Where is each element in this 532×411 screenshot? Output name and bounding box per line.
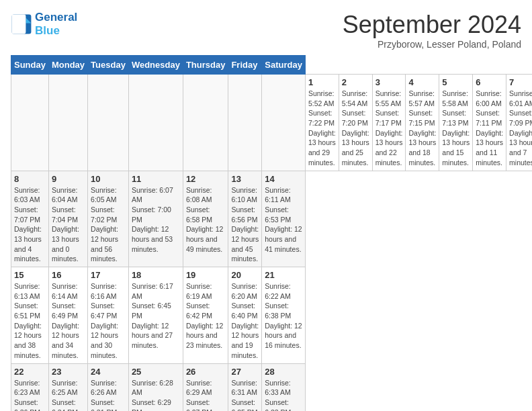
day-number: 10 bbox=[91, 174, 126, 184]
day-number: 11 bbox=[132, 174, 180, 184]
calendar-cell: 12Sunrise: 6:08 AMSunset: 6:58 PMDayligh… bbox=[183, 171, 228, 267]
day-number: 5 bbox=[442, 77, 470, 87]
calendar-cell bbox=[228, 75, 262, 171]
calendar-cell: 6Sunrise: 6:00 AMSunset: 7:11 PMDaylight… bbox=[473, 75, 506, 171]
calendar-cell: 1Sunrise: 5:52 AMSunset: 7:22 PMDaylight… bbox=[305, 75, 339, 171]
weekday-thursday: Thursday bbox=[183, 56, 228, 75]
calendar-cell: 24Sunrise: 6:26 AMSunset: 6:31 PMDayligh… bbox=[88, 363, 129, 411]
calendar-week-1: 8Sunrise: 6:03 AMSunset: 7:07 PMDaylight… bbox=[11, 171, 533, 267]
calendar-cell: 18Sunrise: 6:17 AMSunset: 6:45 PMDayligh… bbox=[128, 267, 183, 364]
weekday-tuesday: Tuesday bbox=[88, 56, 129, 75]
day-info: Sunrise: 6:31 AMSunset: 6:25 PMDaylight:… bbox=[231, 378, 259, 412]
day-number: 12 bbox=[186, 174, 226, 184]
calendar-cell bbox=[88, 75, 129, 171]
calendar-cell: 8Sunrise: 6:03 AMSunset: 7:07 PMDaylight… bbox=[11, 171, 49, 267]
day-info: Sunrise: 6:01 AMSunset: 7:09 PMDaylight:… bbox=[509, 89, 532, 168]
day-info: Sunrise: 6:08 AMSunset: 6:58 PMDaylight:… bbox=[186, 185, 226, 255]
calendar-cell: 21Sunrise: 6:22 AMSunset: 6:38 PMDayligh… bbox=[262, 267, 306, 364]
calendar-cell: 17Sunrise: 6:16 AMSunset: 6:47 PMDayligh… bbox=[88, 267, 129, 364]
day-number: 20 bbox=[231, 270, 259, 280]
page-header: General Blue September 2024 Przyborow, L… bbox=[11, 11, 521, 50]
day-info: Sunrise: 6:00 AMSunset: 7:11 PMDaylight:… bbox=[476, 89, 503, 168]
day-info: Sunrise: 6:33 AMSunset: 6:23 PMDaylight:… bbox=[265, 378, 302, 412]
calendar-cell: 9Sunrise: 6:04 AMSunset: 7:04 PMDaylight… bbox=[48, 171, 87, 267]
calendar-cell: 16Sunrise: 6:14 AMSunset: 6:49 PMDayligh… bbox=[48, 267, 87, 364]
day-info: Sunrise: 6:10 AMSunset: 6:56 PMDaylight:… bbox=[231, 185, 259, 265]
weekday-saturday: Saturday bbox=[262, 56, 306, 75]
day-number: 28 bbox=[265, 367, 302, 377]
weekday-monday: Monday bbox=[48, 56, 87, 75]
calendar-cell: 22Sunrise: 6:23 AMSunset: 6:36 PMDayligh… bbox=[11, 363, 49, 411]
calendar-cell: 28Sunrise: 6:33 AMSunset: 6:23 PMDayligh… bbox=[262, 363, 306, 411]
day-number: 19 bbox=[186, 270, 226, 280]
day-info: Sunrise: 5:52 AMSunset: 7:22 PMDaylight:… bbox=[308, 89, 336, 168]
day-info: Sunrise: 6:20 AMSunset: 6:40 PMDaylight:… bbox=[231, 281, 259, 361]
day-number: 23 bbox=[52, 367, 85, 377]
day-info: Sunrise: 6:28 AMSunset: 6:29 PMDaylight:… bbox=[132, 378, 180, 412]
day-info: Sunrise: 6:29 AMSunset: 6:27 PMDaylight:… bbox=[186, 378, 226, 412]
weekday-friday: Friday bbox=[228, 56, 262, 75]
calendar-cell: 26Sunrise: 6:29 AMSunset: 6:27 PMDayligh… bbox=[183, 363, 228, 411]
day-number: 1 bbox=[308, 77, 336, 87]
calendar-header: SundayMondayTuesdayWednesdayThursdayFrid… bbox=[11, 56, 533, 75]
calendar-cell: 19Sunrise: 6:19 AMSunset: 6:42 PMDayligh… bbox=[183, 267, 228, 364]
day-number: 8 bbox=[14, 174, 46, 184]
calendar-cell: 25Sunrise: 6:28 AMSunset: 6:29 PMDayligh… bbox=[128, 363, 183, 411]
day-number: 2 bbox=[342, 77, 369, 87]
day-number: 15 bbox=[14, 270, 46, 280]
logo-text: General Blue bbox=[35, 11, 77, 38]
svg-rect-2 bbox=[12, 15, 26, 34]
day-number: 22 bbox=[14, 367, 46, 377]
day-number: 27 bbox=[231, 367, 259, 377]
day-number: 18 bbox=[132, 270, 180, 280]
calendar-body: 1Sunrise: 5:52 AMSunset: 7:22 PMDaylight… bbox=[11, 75, 533, 412]
day-info: Sunrise: 6:26 AMSunset: 6:31 PMDaylight:… bbox=[91, 378, 126, 412]
title-block: September 2024 Przyborow, Lesser Poland,… bbox=[343, 11, 521, 50]
calendar-cell: 13Sunrise: 6:10 AMSunset: 6:56 PMDayligh… bbox=[228, 171, 262, 267]
day-number: 6 bbox=[476, 77, 503, 87]
calendar-cell bbox=[183, 75, 228, 171]
day-info: Sunrise: 6:14 AMSunset: 6:49 PMDaylight:… bbox=[52, 281, 85, 361]
calendar-cell: 2Sunrise: 5:54 AMSunset: 7:20 PMDaylight… bbox=[339, 75, 372, 171]
logo-icon bbox=[11, 13, 32, 35]
calendar-cell: 5Sunrise: 5:58 AMSunset: 7:13 PMDaylight… bbox=[439, 75, 473, 171]
calendar-cell: 4Sunrise: 5:57 AMSunset: 7:15 PMDaylight… bbox=[406, 75, 439, 171]
day-number: 7 bbox=[509, 77, 532, 87]
day-number: 16 bbox=[52, 270, 85, 280]
day-number: 4 bbox=[408, 77, 436, 87]
calendar-cell bbox=[262, 75, 306, 171]
calendar-cell bbox=[11, 75, 49, 171]
day-info: Sunrise: 6:22 AMSunset: 6:38 PMDaylight:… bbox=[265, 281, 302, 351]
calendar-cell: 15Sunrise: 6:13 AMSunset: 6:51 PMDayligh… bbox=[11, 267, 49, 364]
day-info: Sunrise: 6:03 AMSunset: 7:07 PMDaylight:… bbox=[14, 185, 46, 265]
day-number: 14 bbox=[265, 174, 302, 184]
day-number: 26 bbox=[186, 367, 226, 377]
calendar-cell bbox=[48, 75, 87, 171]
calendar-cell: 23Sunrise: 6:25 AMSunset: 6:34 PMDayligh… bbox=[48, 363, 87, 411]
calendar-cell: 10Sunrise: 6:05 AMSunset: 7:02 PMDayligh… bbox=[88, 171, 129, 267]
day-info: Sunrise: 6:04 AMSunset: 7:04 PMDaylight:… bbox=[52, 185, 85, 265]
day-info: Sunrise: 5:58 AMSunset: 7:13 PMDaylight:… bbox=[442, 89, 470, 168]
calendar-cell: 20Sunrise: 6:20 AMSunset: 6:40 PMDayligh… bbox=[228, 267, 262, 364]
day-info: Sunrise: 5:57 AMSunset: 7:15 PMDaylight:… bbox=[408, 89, 436, 168]
calendar-cell: 3Sunrise: 5:55 AMSunset: 7:17 PMDaylight… bbox=[372, 75, 406, 171]
weekday-wednesday: Wednesday bbox=[128, 56, 183, 75]
weekday-header-row: SundayMondayTuesdayWednesdayThursdayFrid… bbox=[11, 56, 533, 75]
calendar-week-2: 15Sunrise: 6:13 AMSunset: 6:51 PMDayligh… bbox=[11, 267, 533, 364]
day-number: 13 bbox=[231, 174, 259, 184]
day-info: Sunrise: 6:23 AMSunset: 6:36 PMDaylight:… bbox=[14, 378, 46, 412]
day-info: Sunrise: 6:11 AMSunset: 6:53 PMDaylight:… bbox=[265, 185, 302, 255]
calendar-cell: 11Sunrise: 6:07 AMSunset: 7:00 PMDayligh… bbox=[128, 171, 183, 267]
day-info: Sunrise: 6:19 AMSunset: 6:42 PMDaylight:… bbox=[186, 281, 226, 351]
day-info: Sunrise: 5:55 AMSunset: 7:17 PMDaylight:… bbox=[375, 89, 403, 168]
day-info: Sunrise: 6:13 AMSunset: 6:51 PMDaylight:… bbox=[14, 281, 46, 361]
calendar-table: SundayMondayTuesdayWednesdayThursdayFrid… bbox=[11, 55, 532, 411]
day-number: 25 bbox=[132, 367, 180, 377]
location: Przyborow, Lesser Poland, Poland bbox=[343, 39, 521, 50]
day-info: Sunrise: 6:05 AMSunset: 7:02 PMDaylight:… bbox=[91, 185, 126, 265]
day-number: 9 bbox=[52, 174, 85, 184]
calendar-week-3: 22Sunrise: 6:23 AMSunset: 6:36 PMDayligh… bbox=[11, 363, 533, 411]
day-number: 21 bbox=[265, 270, 302, 280]
day-info: Sunrise: 5:54 AMSunset: 7:20 PMDaylight:… bbox=[342, 89, 369, 168]
day-info: Sunrise: 6:16 AMSunset: 6:47 PMDaylight:… bbox=[91, 281, 126, 361]
